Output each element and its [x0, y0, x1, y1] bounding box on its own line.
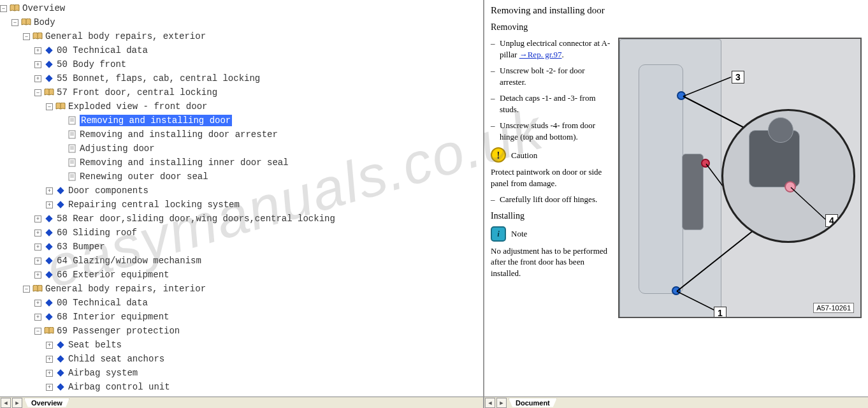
expand-toggle[interactable]: +	[34, 215, 41, 222]
tree-node[interactable]: Removing and installing inner door seal	[0, 156, 483, 170]
tree-label[interactable]: Removing and installing door	[80, 115, 232, 126]
tree-node[interactable]: −69 Passenger protection	[0, 324, 483, 338]
tab-document[interactable]: Document	[509, 398, 557, 407]
tree-label[interactable]: 69 Passenger protection	[57, 326, 180, 336]
collapse-toggle[interactable]: −	[11, 19, 18, 26]
expand-toggle[interactable]: +	[46, 187, 53, 194]
diamond-icon	[44, 228, 54, 237]
tree-label[interactable]: Child seat anchors	[68, 354, 164, 364]
tree-label[interactable]: 00 Technical data	[57, 298, 148, 308]
diamond-icon	[55, 186, 66, 195]
tree-node[interactable]: +00 Technical data	[0, 43, 483, 57]
collapse-toggle[interactable]: −	[46, 103, 53, 110]
expand-toggle[interactable]: +	[46, 370, 53, 377]
diamond-icon	[55, 200, 66, 209]
tree-label[interactable]: Overview	[22, 3, 65, 13]
expand-toggle[interactable]: +	[46, 342, 53, 349]
svg-line-48	[791, 187, 825, 219]
collapse-toggle[interactable]: −	[34, 328, 41, 335]
callout-1: 1	[714, 307, 727, 318]
tree-node[interactable]: Removing and installing door	[0, 113, 483, 127]
tree-node[interactable]: +55 Bonnet, flaps, cab, central locking	[0, 71, 483, 85]
tree-node[interactable]: +58 Rear door,sliding door,wing doors,ce…	[0, 212, 483, 226]
svg-line-43	[683, 77, 731, 96]
tab-nav-prev[interactable]: ◄	[1, 398, 11, 408]
expand-toggle[interactable]: +	[46, 356, 53, 363]
diamond-icon	[44, 242, 54, 251]
tree-node[interactable]: +Airbag system	[0, 366, 483, 380]
expand-toggle[interactable]: +	[34, 47, 41, 54]
expand-toggle[interactable]: +	[34, 258, 41, 265]
tree-label[interactable]: 58 Rear door,sliding door,wing doors,cen…	[57, 214, 335, 224]
tree-node[interactable]: +Repairing central locking system	[0, 198, 483, 212]
expand-toggle[interactable]: +	[34, 229, 41, 237]
tree-node[interactable]: Renewing outer door seal	[0, 170, 483, 184]
tree-node[interactable]: +50 Body front	[0, 57, 483, 71]
tree-label[interactable]: Repairing central locking system	[68, 200, 240, 210]
svg-rect-16	[69, 145, 75, 152]
ref-link[interactable]: →Rep. gr.97	[519, 50, 562, 59]
expand-toggle[interactable]: +	[46, 384, 53, 391]
tree-node[interactable]: −Overview	[0, 1, 483, 15]
tree-node[interactable]: −General body repairs, interior	[0, 282, 483, 296]
tree-label[interactable]: 64 Glazing/window mechanism	[57, 256, 201, 266]
expand-toggle[interactable]: +	[34, 61, 41, 68]
tree-node[interactable]: +63 Bumper	[0, 240, 483, 254]
tree-label[interactable]: Door components	[68, 186, 148, 196]
tree-label[interactable]: 60 Sliding roof	[57, 228, 137, 238]
tree-label[interactable]: Removing and installing inner door seal	[80, 157, 289, 168]
tree-label[interactable]: Renewing outer door seal	[80, 171, 208, 182]
expand-toggle[interactable]: +	[34, 300, 41, 307]
expand-toggle[interactable]: +	[34, 272, 41, 279]
tree-node[interactable]: +68 Interior equipment	[0, 310, 483, 324]
expand-toggle[interactable]: +	[34, 75, 41, 82]
tree-node[interactable]: +Door components	[0, 184, 483, 198]
diamond-icon	[55, 368, 66, 377]
doc-tab-nav-prev[interactable]: ◄	[485, 398, 495, 408]
page-icon	[67, 158, 77, 167]
navigation-tree[interactable]: −Overview−Body−General body repairs, ext…	[0, 0, 484, 397]
tree-label[interactable]: Airbag control unit	[68, 382, 170, 392]
tree-label[interactable]: 00 Technical data	[57, 45, 148, 55]
collapse-toggle[interactable]: −	[23, 33, 30, 40]
tree-label[interactable]: General body repairs, interior	[45, 284, 206, 294]
tree-node[interactable]: −Body	[0, 15, 483, 29]
tree-label[interactable]: 66 Exterior equipment	[57, 270, 169, 280]
tree-node[interactable]: +00 Technical data	[0, 296, 483, 310]
tree-node[interactable]: −57 Front door, central locking	[0, 85, 483, 99]
collapse-toggle[interactable]: −	[23, 286, 30, 293]
doc-tab-nav-next[interactable]: ►	[496, 398, 507, 408]
tree-label[interactable]: 50 Body front	[57, 59, 126, 69]
tree-node[interactable]: +Child seat anchors	[0, 352, 483, 366]
tree-label[interactable]: 57 Front door, central locking	[57, 87, 217, 98]
page-icon	[67, 172, 77, 181]
tree-label[interactable]: Adjusting door	[80, 143, 155, 154]
tab-nav-next[interactable]: ►	[12, 398, 22, 408]
tree-label[interactable]: Seat belts	[68, 340, 122, 350]
expand-toggle[interactable]: +	[34, 244, 41, 251]
expand-toggle[interactable]: +	[34, 314, 41, 321]
tree-node[interactable]: Adjusting door	[0, 142, 483, 156]
tree-node[interactable]: +60 Sliding roof	[0, 226, 483, 240]
book-icon	[44, 326, 54, 335]
tab-overview[interactable]: Overview	[24, 398, 69, 407]
tree-node[interactable]: +Seat belts	[0, 338, 483, 352]
tree-label[interactable]: Exploded view - front door	[68, 101, 207, 112]
expand-toggle[interactable]: +	[46, 201, 53, 208]
tree-node[interactable]: Removing and installing door arrester	[0, 127, 483, 142]
tree-label[interactable]: Airbag system	[68, 368, 138, 378]
tree-node[interactable]: −Exploded view - front door	[0, 99, 483, 113]
tree-node[interactable]: +66 Exterior equipment	[0, 268, 483, 282]
tree-label[interactable]: General body repairs, exterior	[45, 31, 206, 41]
svg-rect-4	[45, 61, 52, 68]
collapse-toggle[interactable]: −	[34, 89, 41, 96]
tree-node[interactable]: +Airbag control unit	[0, 380, 483, 394]
tree-label[interactable]: 68 Interior equipment	[57, 312, 169, 322]
tree-label[interactable]: 63 Bumper	[57, 242, 105, 252]
tree-label[interactable]: Body	[34, 17, 55, 27]
tree-label[interactable]: Removing and installing door arrester	[80, 129, 278, 140]
tree-node[interactable]: +64 Glazing/window mechanism	[0, 254, 483, 268]
collapse-toggle[interactable]: −	[0, 5, 7, 12]
tree-label[interactable]: 55 Bonnet, flaps, cab, central locking	[57, 73, 260, 84]
tree-node[interactable]: −General body repairs, exterior	[0, 29, 483, 43]
